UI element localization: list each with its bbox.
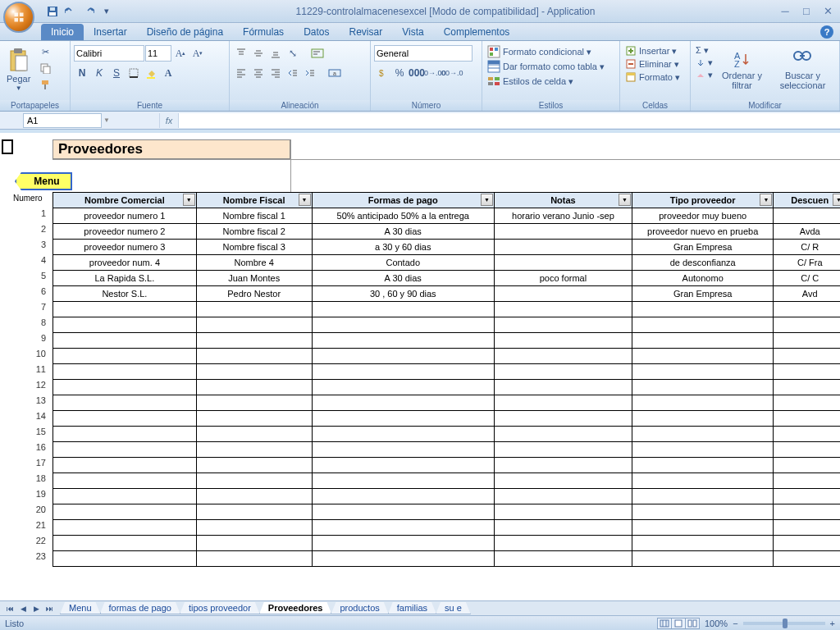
- help-icon[interactable]: ?: [820, 25, 833, 39]
- cell[interactable]: [312, 411, 494, 427]
- cell[interactable]: [53, 427, 197, 442]
- cell[interactable]: [774, 395, 840, 411]
- cell[interactable]: [312, 473, 494, 489]
- fill-color-icon[interactable]: [143, 65, 159, 81]
- zoom-out-icon[interactable]: −: [733, 619, 737, 628]
- table-row[interactable]: [53, 442, 841, 458]
- cell[interactable]: [632, 427, 774, 442]
- cell[interactable]: [774, 473, 840, 489]
- cell[interactable]: [312, 536, 494, 551]
- table-row[interactable]: [53, 473, 841, 489]
- cell[interactable]: [196, 333, 312, 349]
- cell[interactable]: [632, 520, 774, 536]
- cell[interactable]: [494, 255, 632, 271]
- cell[interactable]: [494, 333, 632, 349]
- column-header[interactable]: Nombre Fiscal▼: [196, 193, 312, 208]
- column-header[interactable]: Notas▼: [494, 193, 632, 208]
- cell[interactable]: [494, 380, 632, 395]
- tab-datos[interactable]: Datos: [294, 24, 339, 40]
- cell[interactable]: [494, 536, 632, 551]
- cell[interactable]: [196, 411, 312, 427]
- table-row[interactable]: [53, 489, 841, 504]
- cell[interactable]: [774, 317, 840, 333]
- table-row[interactable]: [53, 458, 841, 473]
- sort-filter-button[interactable]: AZ Ordenar y filtrar: [716, 43, 768, 97]
- tab-prev-icon[interactable]: ◀: [16, 602, 30, 615]
- tab-last-icon[interactable]: ⏭: [43, 602, 56, 615]
- sheet-tab[interactable]: Proveedores: [259, 602, 332, 614]
- cell[interactable]: [632, 349, 774, 364]
- column-header[interactable]: Tipo proveedor▼: [632, 193, 774, 208]
- cell[interactable]: [632, 536, 774, 551]
- cell[interactable]: proveedor numero 3: [53, 240, 197, 255]
- cell[interactable]: [774, 489, 840, 504]
- align-bottom-icon[interactable]: [267, 45, 284, 62]
- cell[interactable]: [312, 551, 494, 567]
- cell[interactable]: [632, 551, 774, 567]
- cell[interactable]: [312, 520, 494, 536]
- cell[interactable]: [53, 317, 197, 333]
- redo-icon[interactable]: [80, 3, 97, 20]
- table-row[interactable]: Nestor S.L.Pedro Nestor30 , 60 y 90 dias…: [53, 286, 841, 302]
- cell[interactable]: Nombre 4: [196, 255, 312, 271]
- cell[interactable]: [196, 551, 312, 567]
- sheet-tab[interactable]: familias: [388, 602, 436, 614]
- cell[interactable]: Nombre fiscal 1: [196, 208, 312, 224]
- cell[interactable]: [632, 395, 774, 411]
- filter-icon[interactable]: ▼: [481, 194, 493, 206]
- cell[interactable]: [494, 427, 632, 442]
- format-cells-button[interactable]: Formato ▾: [623, 71, 682, 84]
- cell[interactable]: [774, 333, 840, 349]
- cell[interactable]: [494, 302, 632, 317]
- align-middle-icon[interactable]: [250, 45, 267, 62]
- cell[interactable]: [196, 302, 312, 317]
- cell[interactable]: [312, 489, 494, 504]
- cell[interactable]: [312, 504, 494, 520]
- filter-icon[interactable]: ▼: [619, 194, 631, 206]
- cell[interactable]: poco formal: [494, 271, 632, 286]
- title-cell[interactable]: Proveedores: [52, 139, 290, 159]
- cell[interactable]: [632, 411, 774, 427]
- font-size-select[interactable]: [145, 45, 171, 62]
- table-row[interactable]: [53, 536, 841, 551]
- cell[interactable]: [494, 411, 632, 427]
- cell[interactable]: [774, 442, 840, 458]
- data-table[interactable]: Nombre Comercial▼Nombre Fiscal▼Formas de…: [52, 192, 840, 567]
- number-format-select[interactable]: [374, 45, 472, 62]
- maximize-button[interactable]: □: [797, 4, 815, 19]
- table-row[interactable]: proveedor num. 4Nombre 4Contadode descon…: [53, 255, 841, 271]
- cell[interactable]: A 30 dias: [312, 224, 494, 240]
- cell[interactable]: [494, 240, 632, 255]
- cell[interactable]: [196, 442, 312, 458]
- tab-diseno[interactable]: Diseño de página: [137, 24, 233, 40]
- underline-icon[interactable]: S: [108, 65, 125, 81]
- paste-button[interactable]: Pegar ▼: [3, 43, 34, 97]
- cell[interactable]: [196, 427, 312, 442]
- cell[interactable]: [494, 473, 632, 489]
- increase-indent-icon[interactable]: [302, 65, 318, 81]
- sheet-tab[interactable]: formas de pago: [100, 602, 180, 614]
- cell[interactable]: [774, 411, 840, 427]
- cell[interactable]: [53, 536, 197, 551]
- cell[interactable]: [632, 317, 774, 333]
- cell[interactable]: [632, 458, 774, 473]
- cell[interactable]: [494, 520, 632, 536]
- cell[interactable]: Contado: [312, 255, 494, 271]
- cell-styles-button[interactable]: Estilos de celda ▾: [486, 74, 606, 89]
- cell[interactable]: [632, 489, 774, 504]
- cell[interactable]: Nombre fiscal 2: [196, 224, 312, 240]
- cell[interactable]: C/ C: [774, 271, 840, 286]
- cell[interactable]: [494, 224, 632, 240]
- sheet-tab[interactable]: su e: [436, 602, 471, 614]
- cell[interactable]: proveedor numero 2: [53, 224, 197, 240]
- cell[interactable]: [196, 473, 312, 489]
- cell[interactable]: [196, 458, 312, 473]
- cell[interactable]: de desconfianza: [632, 255, 774, 271]
- cell[interactable]: [53, 504, 197, 520]
- cell[interactable]: 30 , 60 y 90 dias: [312, 286, 494, 302]
- cell[interactable]: C/ Fra: [774, 255, 840, 271]
- cell[interactable]: [312, 395, 494, 411]
- table-row[interactable]: [53, 504, 841, 520]
- cell[interactable]: proveedor muy bueno: [632, 208, 774, 224]
- cell[interactable]: C/ R: [774, 240, 840, 255]
